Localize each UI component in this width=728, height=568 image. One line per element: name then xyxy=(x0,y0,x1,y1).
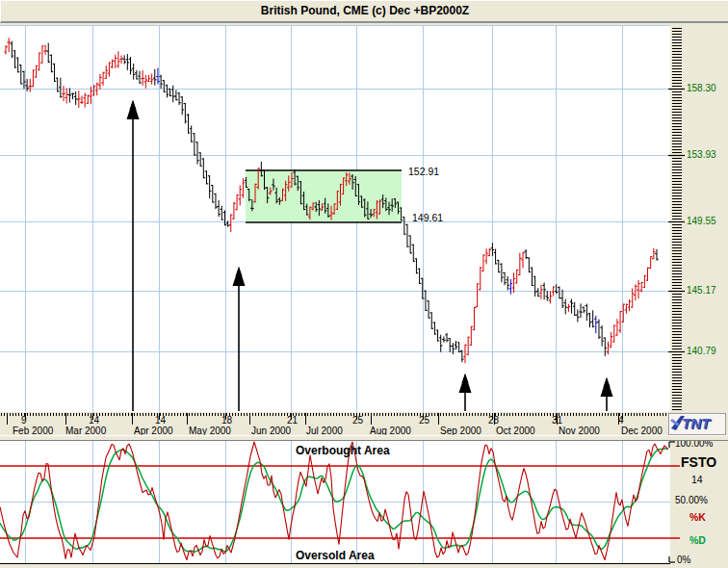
stoch-scale-mid-label: 50.00% xyxy=(675,495,708,505)
indicator-period-label: 14 xyxy=(691,474,703,485)
stoch-d-legend[interactable]: %D xyxy=(689,534,706,546)
stoch-scale-bottom-label: 0% xyxy=(677,555,690,565)
date-day-label: 21 xyxy=(287,415,298,426)
resistance-price-label: 152.91 xyxy=(408,166,439,177)
consolidation-box xyxy=(246,170,402,222)
date-day-label: 25 xyxy=(419,415,429,426)
date-day-label: 18 xyxy=(221,415,232,426)
date-day-label: 9 xyxy=(21,415,27,426)
overbought-area-label: Overbought Area xyxy=(296,444,390,457)
stoch-k-legend[interactable]: %K xyxy=(689,511,706,523)
chart-surfaces xyxy=(0,25,670,563)
support-price-label: 149.61 xyxy=(412,212,443,223)
price-axis-label: 145.17 xyxy=(687,285,716,296)
date-day-label: 14 xyxy=(155,415,166,426)
date-day-label: 31 xyxy=(552,415,562,426)
price-axis-label: 153.93 xyxy=(687,149,716,160)
chart-canvas[interactable] xyxy=(0,0,728,568)
date-day-label: 4 xyxy=(618,415,624,426)
date-day-label: 25 xyxy=(352,415,363,426)
tnt-logo-text: TNT xyxy=(682,415,710,431)
price-ruler xyxy=(668,29,685,410)
tnt-logo[interactable]: TNT xyxy=(668,413,726,435)
price-axis-label: 158.30 xyxy=(687,83,716,93)
oversold-area-label: Oversold Area xyxy=(296,549,375,562)
price-axis-label: 140.79 xyxy=(687,346,716,356)
date-day-label: 14 xyxy=(89,415,99,426)
date-ruler xyxy=(2,413,669,425)
date-day-label: 28 xyxy=(488,415,499,426)
panel-divider xyxy=(0,435,728,441)
indicator-name-label[interactable]: FSTO xyxy=(681,454,716,470)
price-axis-label: 149.55 xyxy=(687,216,716,226)
